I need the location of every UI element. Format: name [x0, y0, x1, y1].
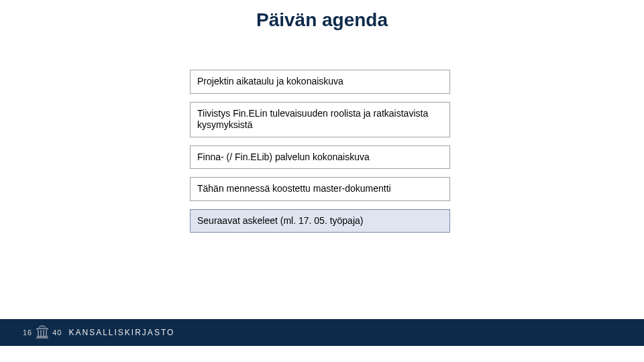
agenda-item-highlight: Seuraavat askeleet (ml. 17. 05. työpaja): [190, 209, 450, 233]
crest-emblem-icon: [35, 324, 50, 341]
agenda-item: Finna- (/ Fin.ELib) palvelun kokonaiskuv…: [190, 145, 450, 170]
agenda-list: Projektin aikataulu ja kokonaiskuva Tiiv…: [190, 70, 450, 241]
agenda-item: Tiivistys Fin.ELin tulevaisuuden roolist…: [190, 102, 450, 137]
footer-logo: 16 40 KANSALLISKIRJASTO: [23, 324, 174, 341]
crest-year-right: 40: [52, 328, 62, 337]
crest-icon: 16 40: [23, 324, 62, 341]
agenda-item: Tähän mennessä koostettu master-dokument…: [190, 177, 450, 201]
footer-bar: 16 40 KANSALLISKIRJASTO: [0, 319, 644, 346]
footer-brand: KANSALLISKIRJASTO: [69, 328, 175, 337]
slide: Päivän agenda Projektin aikataulu ja kok…: [0, 0, 644, 362]
agenda-item: Projektin aikataulu ja kokonaiskuva: [190, 70, 450, 94]
slide-title: Päivän agenda: [0, 9, 644, 31]
crest-year-left: 16: [23, 328, 32, 337]
